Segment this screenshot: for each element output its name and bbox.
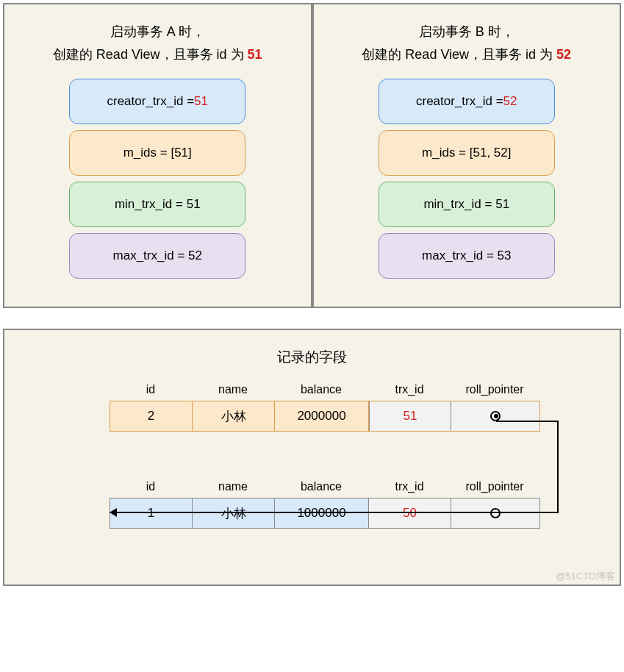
creator-label: creator_trx_id = [107,94,194,109]
title-id: 52 [556,47,571,62]
title-line2-pre: 创建的 Read View，且事务 id 为 [362,47,556,62]
creator-trx-id-box: creator_trx_id = 51 [69,79,245,124]
roll-pointer-arrow [18,383,606,567]
creator-val: 51 [194,94,208,109]
creator-trx-id-box: creator_trx_id = 52 [379,79,555,124]
panel-transaction-a: 启动事务 A 时， 创建的 Read View，且事务 id 为 51 crea… [3,3,312,308]
title-line2-pre: 创建的 Read View，且事务 id 为 [53,47,248,62]
panel-transaction-b: 启动事务 B 时， 创建的 Read View，且事务 id 为 52 crea… [312,3,622,308]
min-trx-id-box: min_trx_id = 51 [69,182,245,227]
min-trx-id-box: min_trx_id = 51 [379,182,555,227]
m-ids-box: m_ids = [51, 52] [379,130,555,176]
panel-a-title: 启动事务 A 时， 创建的 Read View，且事务 id 为 51 [18,21,298,65]
bottom-title: 记录的字段 [18,348,606,367]
panel-b-title: 启动事务 B 时， 创建的 Read View，且事务 id 为 52 [327,21,607,65]
title-line1: 启动事务 A 时， [110,24,205,39]
title-id: 51 [248,47,262,62]
creator-val: 52 [503,94,517,109]
svg-point-0 [494,414,498,418]
max-trx-id-box: max_trx_id = 52 [69,233,245,279]
record-fields-panel: 记录的字段 id name balance trx_id roll_pointe… [3,329,621,586]
max-trx-id-box: max_trx_id = 53 [379,233,555,279]
title-line1: 启动事务 B 时， [419,24,514,39]
watermark-text: @51CTO博客 [556,570,615,583]
m-ids-box: m_ids = [51] [69,130,245,176]
creator-label: creator_trx_id = [416,94,503,109]
readview-stack-a: creator_trx_id = 51 m_ids = [51] min_trx… [18,79,298,279]
readview-stack-b: creator_trx_id = 52 m_ids = [51, 52] min… [327,79,607,279]
